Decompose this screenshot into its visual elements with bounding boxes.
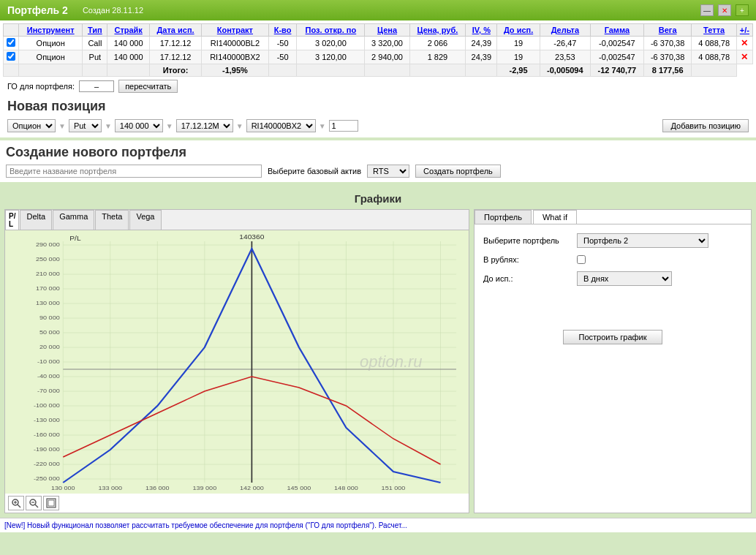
row-contract: RI140000BX2: [202, 50, 269, 64]
svg-text:P/L: P/L: [69, 235, 81, 242]
total-row: Итого: -1,95% -2,95 -0,005094 -12 740,77…: [4, 64, 753, 77]
app-header: Портфель 2 Создан 28.11.12 — ✕ +: [0, 0, 756, 20]
create-portfolio-section: Создание нового портфеля Выберите базовы…: [0, 140, 756, 182]
contract-select[interactable]: RI140000BX2: [246, 119, 316, 132]
row-checkbox-cell[interactable]: [4, 50, 19, 64]
svg-text:90 000: 90 000: [39, 314, 60, 321]
row-checkbox[interactable]: [7, 52, 15, 61]
close-button[interactable]: ✕: [718, 4, 731, 16]
tab-gamma[interactable]: Gamma: [53, 210, 94, 230]
footer-text: [New!] Новый функционал позволяет рассчи…: [4, 521, 407, 529]
svg-text:-130 000: -130 000: [34, 417, 60, 423]
portfolio-dropdown[interactable]: Портфель 2: [577, 233, 708, 248]
expire-row: До исп.: В днях По дате: [483, 271, 742, 286]
window-controls: — ✕ +: [700, 4, 749, 16]
minimize-button[interactable]: —: [700, 4, 714, 16]
rubles-label: В рублях:: [483, 255, 571, 264]
svg-text:130 000: 130 000: [51, 485, 75, 491]
col-delta[interactable]: Дельта: [540, 24, 590, 37]
instrument-select[interactable]: Опцион: [7, 119, 56, 132]
zoom-out-button[interactable]: [26, 496, 42, 510]
row-vega: -6 370,38: [643, 37, 692, 50]
row-open-pos: 3 120,00: [297, 50, 365, 64]
build-chart-button[interactable]: Построить график: [563, 330, 662, 344]
main-content: Инструмент Тип Страйк Дата исп. Контракт…: [0, 20, 756, 137]
row-price-rub: 1 829: [409, 50, 466, 64]
delete-row-button[interactable]: ✕: [741, 38, 748, 48]
row-contract: RI140000BL2: [202, 37, 269, 50]
col-days[interactable]: До исп.: [497, 24, 540, 37]
col-price[interactable]: Цена: [365, 24, 409, 37]
tab-whatif[interactable]: What if: [533, 210, 577, 224]
row-vega: -6 370,38: [643, 50, 692, 64]
col-theta[interactable]: Тетта: [692, 24, 736, 37]
col-open-pos[interactable]: Поз. откр. по: [297, 24, 365, 37]
row-type: Put: [83, 50, 107, 64]
date-select[interactable]: 17.12.12M: [176, 119, 233, 132]
base-asset-select[interactable]: RTS Si GAZP: [367, 165, 409, 178]
rubles-checkbox[interactable]: [577, 255, 586, 264]
col-type[interactable]: Тип: [83, 24, 107, 37]
tab-theta[interactable]: Theta: [95, 210, 129, 230]
new-position-form: Опцион ▼ Put Call ▼ 140 000 ▼ 17.12.12M …: [3, 117, 753, 135]
col-actions: +/-: [736, 24, 752, 37]
col-gamma[interactable]: Гамма: [590, 24, 643, 37]
type-select[interactable]: Put Call: [69, 119, 102, 132]
zoom-reset-button[interactable]: [43, 496, 59, 510]
col-date[interactable]: Дата исп.: [150, 24, 202, 37]
tab-pl[interactable]: P/L: [5, 210, 19, 230]
positions-table: Инструмент Тип Страйк Дата исп. Контракт…: [3, 23, 753, 77]
create-portfolio-button[interactable]: Создать портфель: [415, 165, 501, 178]
col-strike[interactable]: Страйк: [107, 24, 150, 37]
row-checkbox-cell[interactable]: [4, 37, 19, 50]
svg-text:-160 000: -160 000: [34, 431, 60, 438]
table-row: Опцион Call 140 000 17.12.12 RI140000BL2…: [4, 37, 753, 50]
col-qty[interactable]: К-во: [268, 24, 297, 37]
row-date: 17.12.12: [150, 50, 202, 64]
tab-vega[interactable]: Vega: [129, 210, 161, 230]
row-instrument: Опцион: [19, 37, 83, 50]
row-checkbox[interactable]: [7, 38, 15, 47]
row-date: 17.12.12: [150, 37, 202, 50]
row-delta: 23,53: [540, 50, 590, 64]
tab-delta[interactable]: Delta: [20, 210, 52, 230]
col-vega[interactable]: Вега: [643, 24, 692, 37]
svg-text:142 000: 142 000: [240, 485, 264, 491]
row-gamma: -0,002547: [590, 37, 643, 50]
expire-select[interactable]: В днях По дате: [577, 271, 672, 286]
svg-text:210 000: 210 000: [36, 271, 60, 277]
col-iv[interactable]: IV, %: [466, 24, 497, 37]
col-contract[interactable]: Контракт: [202, 24, 269, 37]
total-delta: -2,95: [497, 64, 540, 77]
expand-button[interactable]: +: [736, 4, 749, 16]
new-position-title: Новая позиция: [3, 96, 753, 117]
go-value: –: [79, 80, 114, 92]
add-position-button[interactable]: Добавить позицию: [662, 119, 749, 132]
delete-row-button[interactable]: ✕: [741, 52, 748, 62]
svg-text:-220 000: -220 000: [34, 461, 60, 467]
portfolio-name-input[interactable]: [6, 165, 262, 178]
col-price-rub[interactable]: Цена, руб.: [409, 24, 466, 37]
svg-text:133 000: 133 000: [98, 485, 122, 491]
zoom-in-button[interactable]: [8, 496, 24, 510]
chart-svg: 140360 290 000 250 000 210 000 170 000 1…: [5, 230, 469, 494]
svg-text:139 000: 139 000: [193, 485, 217, 491]
recalc-button[interactable]: пересчитать: [118, 80, 178, 93]
svg-rect-64: [48, 500, 54, 506]
svg-text:130 000: 130 000: [36, 300, 60, 306]
footer-notice: [New!] Новый функционал позволяет рассчи…: [0, 518, 756, 532]
rubles-row: В рублях:: [483, 255, 742, 264]
portfolio-select-label: Выберите портфель: [483, 236, 571, 245]
col-instrument[interactable]: Инструмент: [19, 24, 83, 37]
row-delete-cell[interactable]: ✕: [736, 37, 752, 50]
svg-text:-190 000: -190 000: [34, 446, 60, 453]
row-iv: 24,39: [466, 37, 497, 50]
tab-portfolio[interactable]: Портфель: [475, 210, 532, 224]
create-portfolio-form: Выберите базовый актив RTS Si GAZP Созда…: [6, 165, 750, 178]
qty-input[interactable]: [329, 120, 358, 132]
row-price: 2 940,00: [365, 50, 409, 64]
svg-text:-10 000: -10 000: [37, 358, 60, 365]
row-theta: 4 088,78: [692, 37, 736, 50]
row-delete-cell[interactable]: ✕: [736, 50, 752, 64]
strike-select[interactable]: 140 000: [115, 119, 163, 132]
